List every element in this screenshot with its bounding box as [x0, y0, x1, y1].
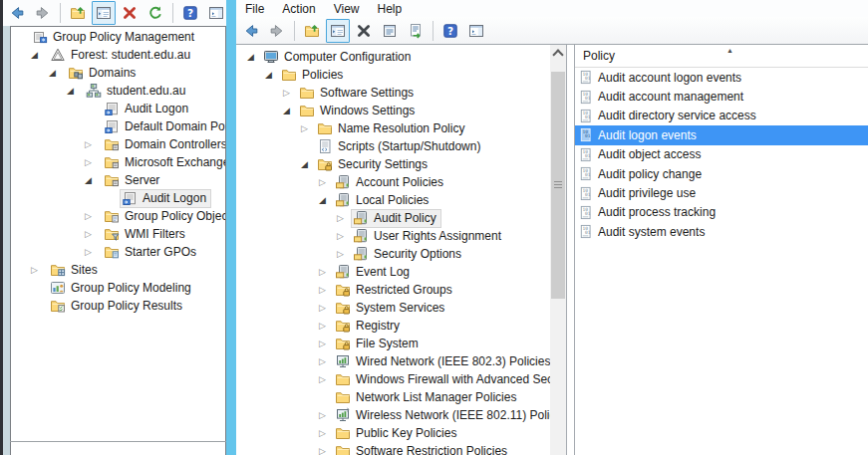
- expander-open-icon[interactable]: ◢: [319, 196, 333, 205]
- menu-view[interactable]: View: [325, 0, 369, 17]
- tree-item[interactable]: ▷Starter GPOs: [11, 243, 225, 261]
- tree-item[interactable]: ◢student.edu.au: [11, 82, 225, 100]
- tree-item[interactable]: ◢Local Policies: [236, 191, 550, 209]
- tree-item[interactable]: Scripts (Startup/Shutdown): [236, 137, 550, 155]
- tree-item[interactable]: Audit Logon: [11, 100, 225, 117]
- tree-item[interactable]: ▷Audit Policy: [236, 209, 550, 227]
- scrollbar-thumb[interactable]: [551, 72, 565, 299]
- policy-list-item[interactable]: 1001Audit policy change: [575, 164, 868, 183]
- tree-item[interactable]: ▷Windows Firewall with Advanced Security: [236, 370, 550, 388]
- tree-item[interactable]: ▷Domain Controllers: [11, 135, 225, 153]
- show-action-pane-button[interactable]: [464, 19, 488, 43]
- expander-open-icon[interactable]: ◢: [301, 160, 315, 169]
- vertical-scrollbar[interactable]: [550, 45, 566, 455]
- refresh-button[interactable]: [144, 1, 167, 25]
- expander-closed-icon[interactable]: ▷: [337, 214, 351, 223]
- policy-list-item[interactable]: 1001Audit directory service access: [575, 107, 868, 125]
- expander-closed-icon[interactable]: ▷: [319, 286, 333, 295]
- expander-closed-icon[interactable]: ▷: [319, 447, 333, 455]
- tree-item[interactable]: ▷Software Settings: [236, 84, 550, 102]
- policy-list-item[interactable]: 1001Audit privilege use: [575, 183, 868, 202]
- tree-item[interactable]: Group Policy Modeling: [11, 279, 225, 297]
- menu-file[interactable]: File: [236, 0, 273, 17]
- tree-item[interactable]: Audit Logon: [11, 189, 225, 207]
- tree-item[interactable]: ◢Server: [11, 171, 225, 189]
- back-button[interactable]: [239, 19, 263, 43]
- tree-item[interactable]: ▷WMI Filters: [11, 225, 225, 243]
- menu-action[interactable]: Action: [273, 0, 324, 17]
- policy-column-header[interactable]: Policy ▲: [575, 45, 868, 68]
- expander-closed-icon[interactable]: ▷: [31, 266, 48, 275]
- expander-closed-icon[interactable]: ▷: [319, 357, 333, 366]
- expander-open-icon[interactable]: ◢: [85, 176, 102, 185]
- tree-item[interactable]: ◢Domains: [11, 64, 225, 82]
- tree-item[interactable]: ▷Name Resolution Policy: [236, 119, 550, 137]
- expander-closed-icon[interactable]: ▷: [319, 429, 333, 438]
- forward-button[interactable]: [265, 19, 289, 43]
- back-button[interactable]: [5, 1, 29, 25]
- tree-item[interactable]: Group Policy Management: [11, 28, 225, 46]
- policy-list-item[interactable]: 1001Audit system events: [575, 222, 868, 241]
- tree-item[interactable]: ▷Sites: [11, 261, 225, 279]
- tree-item[interactable]: ▷Public Key Policies: [236, 424, 550, 442]
- tree-item[interactable]: Default Domain Policy: [11, 117, 225, 135]
- expander-closed-icon[interactable]: ▷: [319, 411, 333, 420]
- expander-closed-icon[interactable]: ▷: [85, 248, 102, 257]
- tree-item[interactable]: ▷Software Restriction Policies: [236, 442, 550, 455]
- expander-closed-icon[interactable]: ▷: [319, 268, 333, 277]
- tree-item[interactable]: ▷File System: [236, 335, 550, 352]
- show-console-tree-button[interactable]: [92, 1, 116, 25]
- expander-closed-icon[interactable]: ▷: [85, 158, 102, 167]
- policy-list-item[interactable]: 1001Audit object access: [575, 145, 868, 164]
- tree-item[interactable]: ◢Policies: [236, 66, 550, 84]
- tree-item[interactable]: ◢Forest: student.edu.au: [11, 46, 225, 64]
- up-one-level-button[interactable]: [300, 19, 324, 43]
- tree-item[interactable]: ◢Computer Configuration: [236, 48, 550, 66]
- expander-closed-icon[interactable]: ▷: [301, 124, 315, 133]
- tree-item[interactable]: ◢Windows Settings: [236, 102, 550, 119]
- expander-open-icon[interactable]: ◢: [265, 71, 279, 80]
- tree-item[interactable]: ▷Group Policy Objects: [11, 207, 225, 225]
- tree-item[interactable]: ▷Event Log: [236, 263, 550, 281]
- expander-open-icon[interactable]: ◢: [31, 51, 48, 60]
- help-button[interactable]: ?: [438, 19, 462, 43]
- expander-open-icon[interactable]: ◢: [67, 87, 84, 96]
- tree-item[interactable]: Group Policy Results: [11, 297, 225, 315]
- policy-list-item[interactable]: 1001Audit process tracking: [575, 203, 868, 222]
- show-action-pane-button[interactable]: [204, 1, 228, 25]
- properties-button[interactable]: [378, 19, 402, 43]
- tree-item[interactable]: ▷Microsoft Exchange S: [11, 153, 225, 171]
- expander-open-icon[interactable]: ◢: [283, 107, 297, 115]
- policy-list-item-selected[interactable]: 1001Audit logon events: [575, 125, 868, 144]
- forward-button[interactable]: [31, 1, 55, 25]
- delete-button[interactable]: [352, 19, 376, 43]
- expander-closed-icon[interactable]: ▷: [319, 340, 333, 348]
- tree-item[interactable]: ▷Registry: [236, 317, 550, 335]
- tree-item[interactable]: Network List Manager Policies: [236, 388, 550, 406]
- policy-list-item[interactable]: 1001Audit account logon events: [575, 68, 868, 87]
- help-button[interactable]: ?: [178, 1, 202, 25]
- expander-closed-icon[interactable]: ▷: [319, 304, 333, 313]
- expander-open-icon[interactable]: ◢: [247, 53, 261, 62]
- expander-closed-icon[interactable]: ▷: [319, 375, 333, 384]
- expander-closed-icon[interactable]: ▷: [337, 250, 351, 259]
- tree-item[interactable]: ◢Security Settings: [236, 155, 550, 173]
- export-list-button[interactable]: [404, 19, 428, 43]
- expander-closed-icon[interactable]: ▷: [85, 140, 102, 149]
- delete-button[interactable]: [118, 1, 142, 25]
- expander-closed-icon[interactable]: ▷: [319, 178, 333, 187]
- expander-closed-icon[interactable]: ▷: [283, 89, 297, 98]
- scrollbar-up-button[interactable]: [550, 45, 566, 62]
- tree-item[interactable]: ▷Wireless Network (IEEE 802.11) Policies: [236, 406, 550, 424]
- policy-list-item[interactable]: 1001Audit account management: [575, 87, 868, 106]
- tree-item[interactable]: ▷User Rights Assignment: [236, 227, 550, 245]
- tree-item[interactable]: ▷Account Policies: [236, 173, 550, 191]
- tree-item[interactable]: ▷Restricted Groups: [236, 281, 550, 299]
- expander-open-icon[interactable]: ◢: [49, 69, 66, 78]
- expander-closed-icon[interactable]: ▷: [85, 230, 102, 239]
- up-one-level-button[interactable]: [66, 1, 90, 25]
- tree-item[interactable]: ▷Security Options: [236, 245, 550, 263]
- tree-item[interactable]: ▷Wired Network (IEEE 802.3) Policies: [236, 352, 550, 370]
- expander-closed-icon[interactable]: ▷: [337, 232, 351, 241]
- expander-closed-icon[interactable]: ▷: [319, 322, 333, 331]
